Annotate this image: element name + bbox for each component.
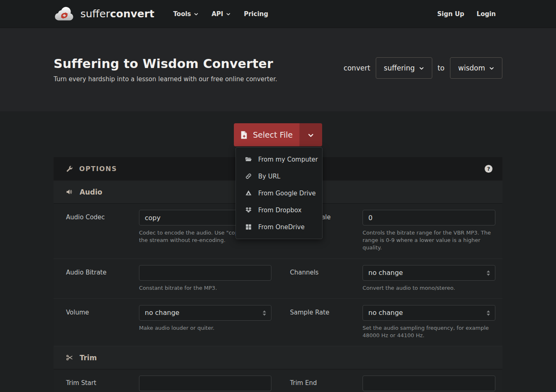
menu-item-label: From my Computer	[258, 156, 318, 163]
volume-label: Volume	[66, 305, 139, 346]
sample-rate-value: no change	[368, 309, 403, 317]
options-title: OPTIONS	[79, 165, 117, 173]
volume-value: no change	[145, 309, 179, 317]
nav-links: Tools API Pricing	[173, 10, 268, 18]
trim-start-label: Trim Start	[66, 376, 139, 392]
channels-label: Channels	[290, 265, 363, 298]
dropbox-icon	[245, 207, 252, 214]
channels-help: Convert the audio to mono/stereo.	[363, 284, 495, 292]
select-file-group: Select File From my Computer By URL	[234, 123, 322, 146]
source-format-value: suffering	[384, 64, 415, 72]
trim-start-input[interactable]	[139, 376, 271, 391]
nav-auth: Sign Up Login	[437, 10, 496, 18]
select-updown-icon	[487, 270, 490, 276]
menu-item-from-onedrive[interactable]: From OneDrive	[236, 218, 322, 235]
menu-item-label: From OneDrive	[258, 223, 304, 231]
file-plus-icon	[240, 131, 247, 139]
wrench-icon	[66, 165, 73, 172]
convert-controls: convert suffering to wisdom	[344, 57, 502, 79]
nav-item-api[interactable]: API	[212, 10, 231, 18]
brand-name-light: suffer	[80, 8, 110, 20]
sign-up-label: Sign Up	[437, 10, 464, 18]
chevron-down-icon	[419, 66, 424, 71]
trim-rows: Trim Start Trim start timestamp (HH:MM:S…	[54, 369, 502, 392]
folder-open-icon	[245, 156, 252, 163]
audio-bitrate-input[interactable]	[139, 265, 271, 281]
select-file-menu: From my Computer By URL From Google Driv…	[236, 147, 323, 239]
form-row: Trim Start Trim start timestamp (HH:MM:S…	[54, 369, 502, 392]
channels-value: no change	[368, 269, 403, 277]
nav-item-pricing[interactable]: Pricing	[244, 10, 268, 18]
quality-scale-input[interactable]	[363, 210, 495, 225]
help-glyph: ?	[487, 166, 490, 172]
menu-item-from-google-drive[interactable]: From Google Drive	[236, 185, 322, 202]
quality-scale-help: Controls the bitrate range for the VBR M…	[363, 229, 495, 252]
volume-select[interactable]: no change	[139, 305, 271, 321]
sample-rate-label: Sample Rate	[290, 305, 363, 346]
source-format-select[interactable]: suffering	[376, 57, 432, 79]
chevron-down-icon	[194, 12, 198, 16]
chevron-down-icon	[226, 12, 231, 16]
trim-section-title: Trim	[80, 354, 97, 362]
audio-bitrate-help: Constant bitrate for the MP3.	[139, 284, 271, 292]
select-file-dropdown-toggle[interactable]	[299, 123, 322, 146]
login-label: Login	[477, 10, 496, 18]
nav-item-pricing-label: Pricing	[244, 10, 268, 18]
nav-item-api-label: API	[212, 10, 223, 18]
chevron-down-icon	[308, 132, 314, 138]
google-drive-icon	[245, 190, 252, 197]
audio-codec-label: Audio Codec	[66, 210, 139, 258]
menu-item-by-url[interactable]: By URL	[236, 168, 322, 185]
menu-item-label: By URL	[258, 173, 280, 180]
cloud-convert-icon	[54, 6, 75, 22]
menu-item-from-my-computer[interactable]: From my Computer	[236, 151, 322, 168]
trim-section-header: Trim	[54, 346, 502, 369]
select-updown-icon	[487, 310, 490, 316]
select-updown-icon	[263, 310, 266, 316]
select-file-button[interactable]: Select File	[234, 123, 299, 146]
sample-rate-help: Set the audio sampling frequency, for ex…	[363, 324, 495, 339]
login-link[interactable]: Login	[477, 10, 496, 18]
scissors-icon	[66, 354, 73, 361]
audio-section-title: Audio	[80, 188, 102, 196]
navbar: sufferconvert Tools API Pricing Sign Up …	[0, 0, 556, 28]
trim-end-input[interactable]	[363, 376, 495, 391]
page-title: Suffering to Wisdom Converter	[54, 56, 277, 71]
menu-item-label: From Dropbox	[258, 207, 302, 214]
form-row: Audio Bitrate Constant bitrate for the M…	[54, 259, 502, 299]
menu-item-from-dropbox[interactable]: From Dropbox	[236, 202, 322, 218]
sign-up-link[interactable]: Sign Up	[437, 10, 464, 18]
brand-logo[interactable]: sufferconvert	[54, 6, 154, 22]
nav-item-tools-label: Tools	[173, 10, 191, 18]
to-word: to	[438, 64, 445, 72]
onedrive-icon	[245, 223, 252, 230]
sample-rate-select[interactable]: no change	[363, 305, 495, 321]
target-format-value: wisdom	[458, 64, 485, 72]
menu-item-label: From Google Drive	[258, 190, 316, 197]
audio-bitrate-label: Audio Bitrate	[66, 265, 139, 298]
volume-up-icon	[66, 188, 73, 195]
nav-item-tools[interactable]: Tools	[173, 10, 198, 18]
channels-select[interactable]: no change	[363, 265, 495, 281]
help-icon[interactable]: ?	[485, 165, 492, 173]
hero-text: Suffering to Wisdom Converter Turn every…	[54, 56, 277, 83]
trim-end-label: Trim End	[290, 376, 363, 392]
form-row: Volume no change Make audio louder or qu…	[54, 299, 502, 346]
page-subtitle: Turn every hardship into a lesson learne…	[54, 75, 277, 83]
select-file-label: Select File	[253, 130, 292, 139]
link-icon	[245, 173, 252, 180]
brand-name-bold: convert	[110, 8, 154, 20]
volume-help: Make audio louder or quiter.	[139, 324, 271, 332]
chevron-down-icon	[489, 66, 494, 71]
convert-word: convert	[344, 64, 370, 72]
target-format-select[interactable]: wisdom	[450, 57, 502, 79]
hero-section: Suffering to Wisdom Converter Turn every…	[0, 28, 556, 111]
audio-codec-value: copy	[145, 214, 160, 222]
select-file-split-button: Select File	[234, 123, 322, 146]
brand-name: sufferconvert	[80, 8, 154, 20]
